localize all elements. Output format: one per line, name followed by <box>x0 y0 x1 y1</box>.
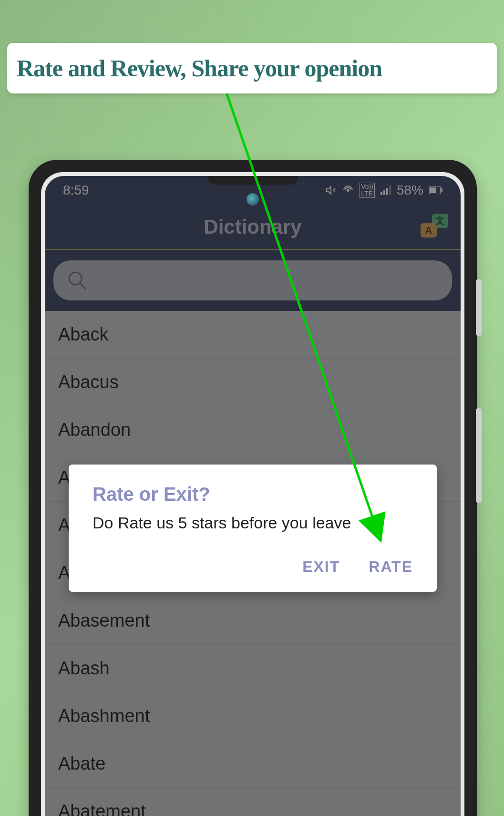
rate-button[interactable]: RATE <box>369 558 413 576</box>
dialog-message: Do Rate us 5 stars before you leave <box>93 514 413 532</box>
promo-banner-text: Rate and Review, Share your openion <box>17 54 487 82</box>
phone-camera <box>247 193 259 206</box>
exit-button[interactable]: EXIT <box>302 558 340 576</box>
rate-dialog: Rate or Exit? Do Rate us 5 stars before … <box>69 465 437 592</box>
phone-notch <box>207 176 298 185</box>
phone-frame: 8:59 Vo))LTE 58% Dictionary 文 <box>29 160 477 816</box>
promo-banner: Rate and Review, Share your openion <box>7 43 497 93</box>
phone-side-button <box>476 279 482 336</box>
phone-side-button <box>476 408 482 503</box>
phone-screen: 8:59 Vo))LTE 58% Dictionary 文 <box>45 176 461 816</box>
dialog-title: Rate or Exit? <box>93 484 413 505</box>
